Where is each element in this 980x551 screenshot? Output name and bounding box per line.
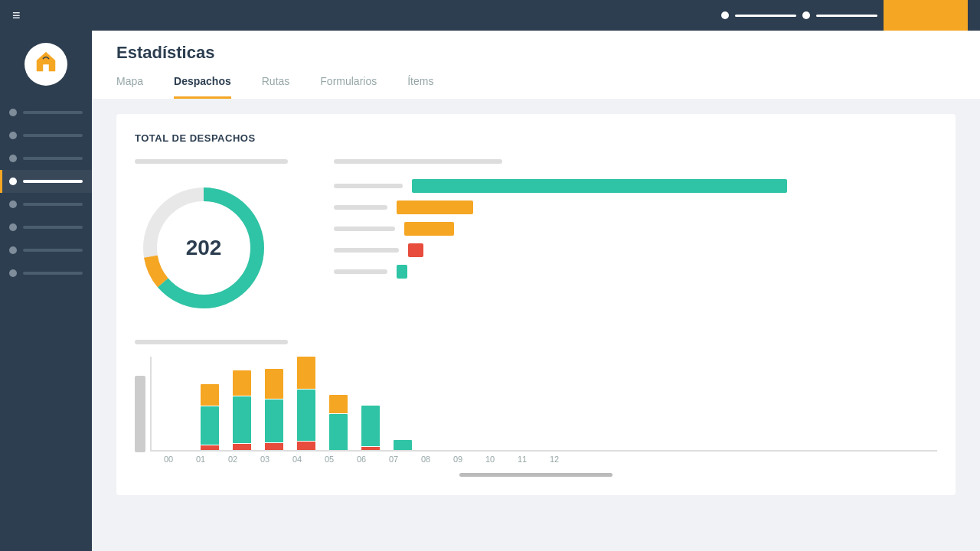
sidebar <box>0 31 92 551</box>
sidebar-line-3 <box>23 157 83 160</box>
sidebar-line-8 <box>23 272 83 275</box>
sidebar-item-3[interactable] <box>0 147 92 170</box>
vchart-bars <box>150 357 937 452</box>
vchart-wrapper: 00010203040506070809101112 <box>135 357 937 464</box>
hbar-row-2 <box>334 201 937 214</box>
tab-bar: Mapa Despachos Rutas Formularios Ítems <box>116 75 956 99</box>
sidebar-dot-6 <box>9 223 17 231</box>
vchart-label-8: 08 <box>416 455 435 464</box>
vchart-label-9: 09 <box>449 455 467 464</box>
card-title: TOTAL DE DESPACHOS <box>135 132 937 144</box>
vchart-scrollbar[interactable] <box>459 473 612 477</box>
hbar-fill-4 <box>408 243 423 257</box>
vchart-bar-group-3 <box>201 384 219 450</box>
nav-slider-2 <box>802 11 877 19</box>
sidebar-item-5[interactable] <box>0 193 92 216</box>
sidebar-dot-8 <box>9 269 17 277</box>
hbar-label-5 <box>334 269 387 274</box>
sidebar-line-6 <box>23 226 83 229</box>
vchart-label-2: 02 <box>224 455 242 464</box>
hbar-label-1 <box>334 184 403 188</box>
sidebar-item-4[interactable] <box>0 170 92 193</box>
sidebar-line-2 <box>23 134 83 137</box>
content-area: Estadísticas Mapa Despachos Rutas Formul… <box>92 31 980 551</box>
sidebar-item-1[interactable] <box>0 101 92 124</box>
bar-teal-8 <box>361 406 380 446</box>
vchart-label-11: 11 <box>513 455 531 464</box>
sidebar-dot-2 <box>9 132 17 139</box>
vchart-label-3: 03 <box>256 455 274 464</box>
main-content: TOTAL DE DESPACHOS <box>92 99 980 551</box>
sidebar-dot-5 <box>9 201 17 208</box>
hbar-row-1 <box>334 179 937 193</box>
vchart-bar-group-5 <box>265 369 283 450</box>
hbar-fill-1 <box>412 179 787 193</box>
sidebar-line-7 <box>23 249 83 252</box>
sidebar-dot-3 <box>9 155 17 162</box>
hbar-fill-3 <box>404 222 454 236</box>
bar-yellow-6 <box>297 357 315 389</box>
sidebar-dot-7 <box>9 246 17 254</box>
vchart-label-6: 06 <box>352 455 371 464</box>
vchart-label-7: 07 <box>384 455 403 464</box>
vchart-yaxis-bar <box>135 376 145 452</box>
hamburger-icon[interactable]: ≡ <box>12 8 21 24</box>
bar-teal-7 <box>329 414 348 450</box>
sidebar-item-2[interactable] <box>0 124 92 147</box>
hbar-row-5 <box>334 265 937 279</box>
vchart-bar-group-8 <box>361 406 380 450</box>
tab-mapa[interactable]: Mapa <box>116 75 143 99</box>
page-title: Estadísticas <box>116 43 956 63</box>
bar-yellow-7 <box>329 395 348 413</box>
hbar-section <box>334 159 937 317</box>
donut-chart: 202 <box>135 179 273 317</box>
vchart-bar-group-4 <box>233 370 251 450</box>
bar-teal-4 <box>233 396 251 443</box>
top-stats: 202 <box>135 159 937 317</box>
bar-yellow-4 <box>233 370 251 396</box>
vchart-label-1: 01 <box>191 455 210 464</box>
sidebar-line-5 <box>23 203 83 206</box>
bar-yellow-3 <box>201 384 219 406</box>
sidebar-line-1 <box>23 111 83 114</box>
bar-yellow-5 <box>265 369 283 399</box>
bar-red-6 <box>297 442 315 450</box>
stats-card: TOTAL DE DESPACHOS <box>116 114 956 495</box>
sidebar-item-6[interactable] <box>0 216 92 239</box>
hbar-label-3 <box>334 227 395 231</box>
hbar-label-2 <box>334 205 387 210</box>
vchart-labels: 00010203040506070809101112 <box>150 452 937 464</box>
nav-orange-button[interactable] <box>884 0 968 31</box>
vchart-label-0: 00 <box>159 455 178 464</box>
nav-dot-1 <box>721 11 729 19</box>
top-nav-right <box>721 0 968 31</box>
vchart-bar-group-6 <box>297 357 315 450</box>
bar-teal-6 <box>297 390 315 441</box>
vchart-loading-bar <box>135 340 288 344</box>
tab-despachos[interactable]: Despachos <box>174 75 231 99</box>
sidebar-item-7[interactable] <box>0 239 92 262</box>
bar-teal-3 <box>201 406 219 445</box>
vchart-bar-group-9 <box>394 440 412 450</box>
sidebar-dot-1 <box>9 109 17 116</box>
tab-items[interactable]: Ítems <box>407 75 433 99</box>
sidebar-item-8[interactable] <box>0 262 92 285</box>
sidebar-nav <box>0 101 92 285</box>
hbar-row-4 <box>334 243 937 257</box>
main-layout: Estadísticas Mapa Despachos Rutas Formul… <box>0 31 980 551</box>
hbar-fill-5 <box>397 265 407 279</box>
vchart-label-4: 04 <box>288 455 306 464</box>
tab-rutas[interactable]: Rutas <box>262 75 290 99</box>
sidebar-logo[interactable] <box>24 43 67 86</box>
tab-formularios[interactable]: Formularios <box>320 75 377 99</box>
donut-loading-bar <box>135 159 288 164</box>
bar-red-8 <box>361 447 380 450</box>
bar-red-5 <box>265 443 283 450</box>
vchart-bars-wrapper: 00010203040506070809101112 <box>150 357 937 464</box>
page-header: Estadísticas Mapa Despachos Rutas Formul… <box>92 31 980 99</box>
hbar-loading-bar <box>334 159 502 164</box>
nav-line-1 <box>735 15 796 17</box>
vchart-label-12: 12 <box>545 455 564 464</box>
sidebar-dot-4 <box>9 178 17 185</box>
bar-red-3 <box>201 445 219 450</box>
